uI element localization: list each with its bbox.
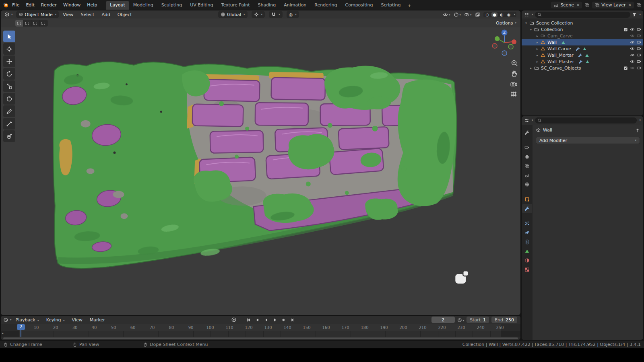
rotate-tool-button[interactable] <box>3 68 15 80</box>
play-reverse-button[interactable] <box>262 317 270 323</box>
workspace-tab-uv-editing[interactable]: UV Editing <box>186 1 217 10</box>
end-frame-field[interactable]: End250 <box>491 317 517 323</box>
auto-keyframe-record-button[interactable] <box>230 317 237 323</box>
xray-toggle-icon[interactable] <box>475 12 480 17</box>
timeline-editor-chevron-icon[interactable]: ▾ <box>10 319 12 321</box>
tab-constraints[interactable] <box>522 237 532 247</box>
timeline-menu-playback[interactable]: Playback ▾ <box>12 317 42 323</box>
outliner-row-wall[interactable]: ▸ Wall <box>522 39 643 45</box>
jump-to-end-button[interactable] <box>289 317 296 323</box>
viewport-canvas[interactable]: Z <box>1 27 520 315</box>
editor-type-chevron-icon[interactable]: ▾ <box>11 13 13 16</box>
annotate-tool-button[interactable] <box>3 105 15 117</box>
dopesheet-track[interactable]: ▸ <box>1 331 520 337</box>
proportional-editing-selector[interactable]: ◎ ▾ <box>287 11 299 18</box>
disable-render-camera-icon[interactable] <box>637 66 642 70</box>
workspace-tab-animation[interactable]: Animation <box>280 1 310 10</box>
overlays-dropdown[interactable]: ▾ <box>464 12 472 17</box>
workspace-tab-rendering[interactable]: Rendering <box>310 1 341 10</box>
outliner-search-input[interactable] <box>535 12 631 18</box>
editor-type-properties-icon[interactable] <box>524 118 529 123</box>
pin-icon[interactable] <box>635 128 640 133</box>
blender-logo-icon[interactable] <box>2 2 9 8</box>
properties-editor-chevron-icon[interactable]: ▾ <box>532 119 533 122</box>
properties-search-input[interactable] <box>535 117 637 123</box>
scene-selector[interactable]: Scene ✕ <box>551 2 582 8</box>
tab-material[interactable] <box>522 256 532 265</box>
menu-edit[interactable]: Edit <box>23 2 37 8</box>
new-scene-icon[interactable] <box>584 2 590 8</box>
shading-material-icon[interactable]: ◐ <box>499 12 505 17</box>
scrollbar-handle[interactable] <box>3 337 518 339</box>
move-tool-button[interactable] <box>3 56 15 67</box>
tab-output[interactable] <box>522 152 532 161</box>
gizmo-neg-y-axis[interactable] <box>508 44 513 49</box>
viewport-menu-view[interactable]: View <box>60 11 76 18</box>
outliner-editor-chevron-icon[interactable]: ▾ <box>532 13 533 16</box>
tab-render[interactable] <box>522 143 532 152</box>
menu-window[interactable]: Window <box>60 2 84 8</box>
expand-arrow[interactable]: ▸ <box>535 47 539 51</box>
expand-arrow[interactable]: ▸ <box>535 53 539 57</box>
mode-selector[interactable]: Object Mode ▾ <box>16 11 59 18</box>
editor-type-timeline-icon[interactable] <box>3 317 8 323</box>
tab-texture[interactable] <box>522 265 532 274</box>
shading-rendered-icon[interactable]: ◉ <box>506 12 512 17</box>
exclude-checkbox-icon[interactable] <box>623 27 628 32</box>
workspace-tab-shading[interactable]: Shading <box>254 1 280 10</box>
disable-render-camera-icon[interactable] <box>637 59 642 64</box>
jump-to-start-button[interactable] <box>245 317 252 323</box>
expand-arrow[interactable]: ▸ <box>535 34 539 38</box>
expand-arrow[interactable]: ▸ <box>535 60 539 64</box>
measure-tool-button[interactable] <box>3 118 15 130</box>
start-frame-field[interactable]: Start1 <box>466 317 489 323</box>
shading-wireframe-icon[interactable]: ○ <box>485 12 491 17</box>
breadcrumb-object-name[interactable]: Wall <box>543 128 552 133</box>
hide-viewport-eye-icon[interactable] <box>630 53 635 58</box>
disable-render-camera-icon[interactable] <box>637 40 642 45</box>
timeline-menu-marker[interactable]: Marker <box>87 317 108 323</box>
channel-expand-arrow[interactable]: ▸ <box>2 331 4 335</box>
workspace-tab-texture-paint[interactable]: Texture Paint <box>217 1 254 10</box>
select-intersect-icon[interactable] <box>39 20 47 27</box>
outliner-row-wall-mortar[interactable]: ▸ Wall_Mortar <box>522 52 643 58</box>
editor-type-outliner-icon[interactable] <box>524 12 529 17</box>
add-cube-tool-button[interactable] <box>3 130 15 142</box>
hide-viewport-eye-icon[interactable] <box>630 27 635 32</box>
next-keyframe-button[interactable] <box>280 317 287 323</box>
select-set-icon[interactable] <box>15 20 23 27</box>
transform-orientation-selector[interactable]: Global ▾ <box>218 11 248 18</box>
hide-viewport-eye-icon[interactable] <box>630 40 635 45</box>
current-frame-field[interactable]: 2 <box>431 317 455 323</box>
workspace-tab-sculpting[interactable]: Sculpting <box>157 1 186 10</box>
viewport-menu-object[interactable]: Object <box>114 11 135 18</box>
select-subtract-icon[interactable] <box>31 20 39 27</box>
hide-viewport-eye-icon[interactable] <box>630 59 635 64</box>
disable-render-camera-icon[interactable] <box>637 33 642 38</box>
view-layer-selector[interactable]: View Layer ✕ <box>592 2 634 8</box>
prev-keyframe-button[interactable] <box>254 317 261 323</box>
unlink-view-layer-icon[interactable]: ✕ <box>627 3 632 7</box>
outliner-row-wall-plaster[interactable]: ▸ Wall_Plaster <box>522 58 643 65</box>
unlink-scene-icon[interactable]: ✕ <box>576 3 580 7</box>
cursor-tool-button[interactable] <box>3 43 15 55</box>
scale-tool-button[interactable] <box>3 80 15 92</box>
play-button[interactable] <box>271 317 279 323</box>
hide-viewport-eye-icon[interactable] <box>630 46 635 51</box>
playback-sync-dropdown[interactable]: ▾ <box>457 317 464 323</box>
options-dropdown[interactable]: Options ▾ <box>496 21 516 26</box>
viewport-menu-add[interactable]: Add <box>98 11 113 18</box>
object-visibility-dropdown[interactable]: ▾ <box>443 12 450 17</box>
add-workspace-button[interactable]: + <box>405 2 414 10</box>
timeline-menu-view[interactable]: View <box>69 317 86 323</box>
outliner-row-collection[interactable]: ▾ Collection <box>522 26 643 33</box>
tab-object[interactable] <box>522 195 532 204</box>
expand-arrow[interactable]: ▸ <box>529 66 533 70</box>
snapping-selector[interactable]: ▾ <box>269 11 283 18</box>
workspace-tab-scripting[interactable]: Scripting <box>377 1 405 10</box>
workspace-tab-layout[interactable]: Layout <box>106 1 129 10</box>
disable-render-camera-icon[interactable] <box>637 27 642 32</box>
editor-type-3d-viewport-icon[interactable] <box>4 12 10 17</box>
hide-viewport-eye-icon[interactable] <box>630 33 635 38</box>
disable-render-camera-icon[interactable] <box>637 46 642 51</box>
